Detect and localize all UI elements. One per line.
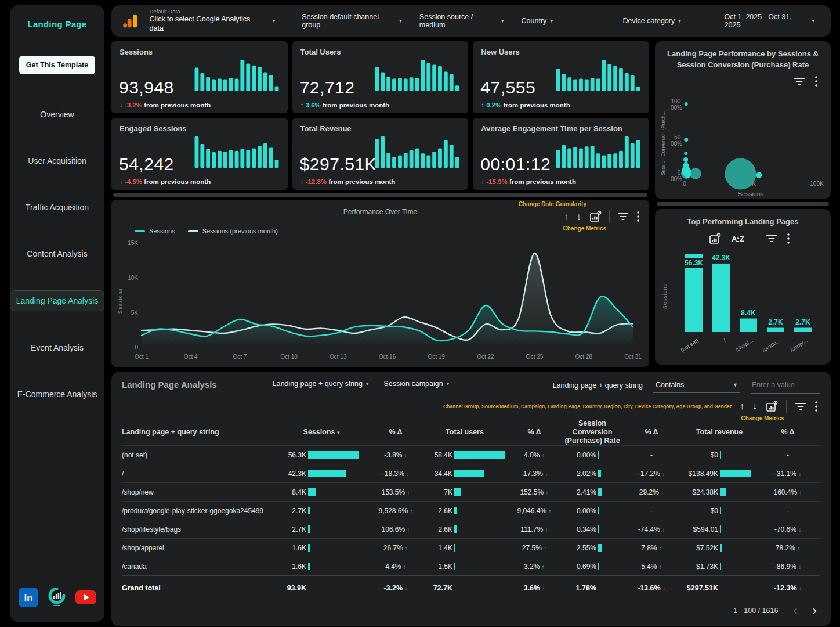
arrow-down-icon: ↓ (405, 585, 408, 592)
filter-operator-select[interactable]: Contains ▼ (653, 380, 740, 393)
arrow-up-icon: ↑ (410, 508, 413, 514)
kebab-menu-icon[interactable] (787, 233, 790, 244)
next-page-icon[interactable]: › (813, 604, 817, 617)
table-row-not-set[interactable]: (not set)56.3K-3.8% ↓58.4K4.0% ↑0.00%-$0… (122, 445, 820, 464)
metric-cell: 1.5K (421, 563, 509, 571)
table-row-product-google-play-sticker-ggoegoka245499[interactable]: /product/google-play-sticker-ggoegoka245… (122, 501, 820, 520)
column-header-total-revenue[interactable]: Total revenue (678, 428, 761, 437)
filter-icon[interactable] (617, 212, 629, 221)
column-header--4[interactable]: % Δ (511, 428, 557, 437)
table-row-[interactable]: /42.3K-18.3% ↓34.4K-17.3% ↓2.02%-17.2% ↓… (122, 464, 820, 482)
performance-chart-toolbar: Change Date Granularity↑↓Change Metrics (564, 210, 640, 223)
sort-descending-icon[interactable]: ↓ (577, 212, 582, 222)
right-column: Landing Page Performance by Sessions & S… (655, 41, 831, 367)
change-metrics-icon[interactable] (589, 210, 602, 223)
table-row-shop-new[interactable]: /shop/new8.4K153.5% ↑7K152.5% ↑2.41%29.2… (122, 482, 820, 501)
scorecard-total-users: Total Users 72,712 ↑ 3.6% from previous … (292, 41, 469, 113)
sidebar-item-event-analysis[interactable]: Event Analysis (25, 338, 89, 358)
filter-value-input[interactable] (751, 380, 820, 394)
metric-cell: 2.7K (272, 525, 371, 534)
scorecard-delta: ↑ 3.6% from previous month (300, 102, 389, 109)
kebab-menu-icon[interactable] (814, 401, 818, 412)
filter-icon[interactable] (766, 234, 777, 243)
table-row-shop-apparel[interactable]: /shop/apparel1.6K26.7% ↑1.4K27.5% ↑2.55%… (122, 538, 820, 557)
metric-cell: 42.3K (272, 470, 371, 478)
column-header--6[interactable]: % Δ (627, 428, 676, 437)
sort-ascending-icon[interactable]: ↑ (740, 401, 744, 412)
metric-cell: 0.00% (560, 507, 625, 515)
date-range-control[interactable]: Oct 1, 2025 - Oct 31, 2025 ▾ (719, 9, 820, 33)
filter-control-session-source-medium[interactable]: Session source / medium▾ (414, 9, 510, 33)
column-header-session-conversion-purchase-rate[interactable]: Session Conversion (Purchase) Rate (560, 419, 625, 445)
landing-page-cell: /shop/lifestyle/bags (122, 525, 270, 534)
column-header-total-users[interactable]: Total users (421, 428, 509, 437)
sidebar-item-traffic-acquisition[interactable]: Traffic Acquisition (20, 197, 95, 217)
column-header--8[interactable]: % Δ (763, 428, 813, 437)
sort-az-icon[interactable]: AZ (730, 233, 747, 244)
table-row-canada[interactable]: /canada1.6K4.4% ↑1.5K3.2% ↑0.69%5.4% ↑$1… (122, 557, 820, 575)
sparkline-chart (374, 135, 460, 168)
top-pages-toolbar: AZ (655, 228, 831, 245)
filter-icon[interactable] (794, 77, 805, 86)
change-metrics-icon[interactable] (765, 400, 778, 413)
legend-item: Sessions (135, 228, 175, 235)
data-source-label: Default Data (150, 8, 265, 15)
metric-bar (454, 563, 455, 570)
horizontal-scrollbar[interactable] (657, 202, 829, 206)
sort-ascending-icon[interactable]: ↑ (564, 212, 569, 222)
delta-value: 9,528.6% ↑ (378, 507, 412, 515)
change-metrics-icon[interactable] (708, 232, 721, 245)
data-source-selector[interactable]: Default Data Click to select Google Anal… (150, 8, 276, 33)
metric-bar (454, 488, 461, 496)
svg-text:0: 0 (683, 181, 686, 187)
pagination-range: 1 - 100 / 1616 (733, 607, 778, 615)
chevron-down-icon: ▾ (812, 18, 814, 24)
metric-cell: 1.6K (272, 544, 371, 552)
filter-control-session-default-channel-group[interactable]: Session default channel group▾ (296, 9, 408, 33)
sidebar-item-overview[interactable]: Overview (34, 105, 79, 124)
pagination: 1 - 100 / 1616 ‹ › (122, 600, 820, 622)
arrow-down-icon: ↓ (404, 452, 407, 459)
get-template-button[interactable]: Get This Template (19, 56, 95, 74)
chevron-down-icon: ▾ (273, 18, 276, 24)
sidebar-item-content-analysis[interactable]: Content Analysis (21, 244, 93, 264)
table-row-shop-lifestyle-bags[interactable]: /shop/lifestyle/bags2.7K106.6% ↑2.6K111.… (122, 520, 820, 538)
date-range-value: Oct 1, 2025 - Oct 31, 2025 (725, 13, 809, 29)
table-toolbar-row: Channel Group, Source/Medium, Campaign, … (122, 395, 820, 418)
column-header-sessions[interactable]: Sessions ▾ (272, 428, 371, 437)
scorecard-value: 00:01:12 (480, 154, 551, 174)
metric-bar (720, 470, 751, 477)
column-header-landing-page-query-string[interactable]: Landing page + query string (122, 428, 270, 437)
svg-text:Sessions: Sessions (117, 288, 123, 314)
kebab-menu-icon[interactable] (814, 75, 818, 87)
linkedin-icon[interactable]: in (18, 587, 39, 608)
sidebar-item-user-acquisition[interactable]: User Acquisition (22, 151, 92, 171)
landing-page-table-card: Landing Page Analysis Landing page + que… (111, 372, 831, 626)
filter-icon[interactable] (795, 402, 806, 411)
brand-logo-icon[interactable] (48, 588, 66, 607)
metric-bar (720, 525, 721, 533)
sort-descending-icon[interactable]: ↓ (752, 401, 757, 412)
youtube-icon[interactable] (75, 589, 97, 606)
svg-text:10K: 10K (128, 275, 138, 281)
dimension-dropdown-landing-page-query-string[interactable]: Landing page + query string▾ (273, 380, 369, 388)
svg-text:Oct 7: Oct 7 (233, 354, 247, 360)
metric-cell: 0.00% (560, 451, 625, 459)
sidebar-title: Landing Page (28, 19, 87, 29)
dimension-dropdown-session-campaign[interactable]: Session campaign▾ (384, 380, 450, 388)
horizontal-scrollbar[interactable] (113, 193, 647, 197)
scatter-title: Landing Page Performance by Sessions & S… (655, 41, 831, 71)
sidebar-item-e-commerce-analysis[interactable]: E-Commerce Analysis (12, 384, 103, 404)
previous-page-icon[interactable]: ‹ (793, 604, 797, 617)
column-header-[interactable]: % Δ (373, 428, 418, 437)
arrow-up-icon: ↑ (544, 545, 546, 552)
metric-cell: 2.41% (560, 488, 625, 496)
delta-value: 4.0% ↑ (524, 451, 545, 459)
filter-control-country[interactable]: Country▾ (516, 13, 611, 28)
sidebar-item-landing-page-analysis[interactable]: Landing Page Analysis (10, 290, 105, 311)
svg-text:Oct 1: Oct 1 (135, 354, 149, 360)
svg-text:5K: 5K (131, 309, 139, 316)
filter-control-device-category[interactable]: Device category▾ (617, 13, 713, 28)
kebab-menu-icon[interactable] (636, 211, 640, 222)
scorecard-delta: ↓ -3.2% from previous month (120, 102, 211, 109)
